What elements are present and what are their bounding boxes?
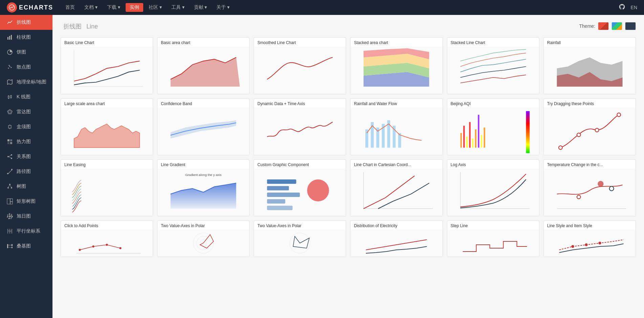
svg-rect-23 [10,142,12,144]
treemap-icon [6,198,13,205]
svg-line-27 [9,155,11,157]
chart-preview-large-area [61,107,153,155]
line-chart-icon [6,19,13,26]
sunburst-icon [6,213,13,220]
svg-point-76 [559,146,562,150]
svg-point-30 [11,169,13,170]
theme-colorful-button[interactable] [611,22,622,30]
sidebar-label-box: 盒须图 [17,124,31,130]
chart-card-electricity[interactable]: Distribution of Electricity [350,220,443,257]
github-icon[interactable] [619,3,625,12]
sidebar-item-scatter[interactable]: 散点图 [0,60,52,75]
sidebar-item-treemap[interactable]: 矩形树图 [0,194,52,209]
sidebar: 折线图 柱状图 饼图 散点图 地理坐标/地图 [0,15,52,318]
chart-preview-polar-value1 [157,230,249,257]
sidebar-item-map[interactable]: 地理坐标/地图 [0,75,52,90]
sidebar-label-heat: 热力图 [17,139,31,145]
chart-title-step-line: Step Line [447,221,539,230]
chart-card-basic-area[interactable]: Basic area chart [157,37,250,94]
chart-card-log-axis[interactable]: Log Axis [447,159,539,216]
svg-point-8 [9,65,10,66]
sidebar-label-bar: 柱状图 [17,34,31,40]
svg-point-107 [598,242,601,244]
nav-about[interactable]: 关于 ▾ [212,3,234,12]
chart-preview-click-add [61,230,153,257]
svg-marker-80 [171,183,236,208]
svg-point-7 [11,67,12,68]
sidebar-label-tree: 树图 [17,183,26,190]
parallel-icon [6,228,13,235]
svg-rect-17 [8,125,11,128]
theme-red-button[interactable] [598,22,609,30]
chart-preview-cartesian-line [350,168,442,216]
chart-card-rainfall[interactable]: Rainfall [543,37,636,94]
svg-point-106 [585,243,587,246]
nav-examples[interactable]: 实例 [126,3,143,12]
svg-rect-75 [484,127,485,147]
theme-section: Theme: [579,22,636,30]
chart-card-polar-value2[interactable]: Two Value-Axes in Polar [254,220,346,257]
svg-point-79 [617,113,621,117]
sidebar-item-sunburst[interactable]: 旭日图 [0,209,52,224]
sidebar-item-radar[interactable]: 雷达图 [0,104,52,119]
sidebar-item-kline[interactable]: K 线图 [0,90,52,104]
svg-point-32 [7,187,9,188]
sidebar-item-parallel[interactable]: 平行坐标系 [0,224,52,239]
nav-tools[interactable]: 工具 ▾ [167,3,189,12]
chart-card-temperature-change[interactable]: Temperature Change in the c... [543,159,636,216]
sidebar-item-box[interactable]: 盒须图 [0,119,52,134]
logo[interactable]: ECHARTS [7,2,53,13]
nav-community[interactable]: 社区 ▾ [145,3,166,12]
svg-point-31 [9,184,10,185]
sidebar-item-heat[interactable]: 热力图 [0,134,52,149]
nav-home[interactable]: 首页 [61,3,79,12]
svg-rect-74 [481,135,482,148]
svg-line-28 [9,157,11,158]
chart-card-line-easing[interactable]: Line Easing [61,159,153,216]
chart-card-click-add[interactable]: Click to Add Points [61,220,153,257]
chart-card-smoothed-line[interactable]: Smoothed Line Chart [254,37,346,94]
nav-download[interactable]: 下载 ▾ [103,3,124,12]
chart-title-beijing-aqi: Beijing AQI [447,99,539,107]
chart-card-beijing-aqi[interactable]: Beijing AQI [447,98,539,155]
chart-card-stacked-area[interactable]: Stacked area chart [350,37,443,94]
nav-docs[interactable]: 文档 ▾ [80,3,102,12]
sidebar-item-path[interactable]: 路径图 [0,164,52,179]
chart-card-cartesian-line[interactable]: Line Chart in Cartesian Coord... [350,159,443,216]
chart-card-basic-line[interactable]: Basic Line Chart [61,37,153,94]
chart-card-stacked-line[interactable]: Stacked Line Chart [447,37,539,94]
chart-card-large-area[interactable]: Large scale area chart [61,98,153,155]
sidebar-item-sankey[interactable]: 桑基图 [0,239,52,254]
chart-card-dragging-points[interactable]: Try Dragging these Points [543,98,636,155]
theme-dark-button[interactable] [625,22,636,30]
chart-card-rainfall-water[interactable]: Rainfall and Water Flow [350,98,443,155]
svg-rect-22 [7,142,9,144]
svg-marker-58 [171,120,236,139]
chart-card-line-style[interactable]: Line Style and Item Style [543,220,636,257]
sidebar-item-tree[interactable]: 树图 [0,179,52,194]
sidebar-item-pie[interactable]: 饼图 [0,45,52,60]
chart-card-polar-value1[interactable]: Two Value-Axes in Polar [157,220,250,257]
sidebar-label-sunburst: 旭日图 [17,213,31,219]
svg-rect-84 [267,193,300,197]
svg-rect-38 [10,202,13,204]
sidebar-item-relation[interactable]: 关系图 [0,149,52,164]
chart-card-custom-graphic[interactable]: Custom Graphic Component [254,159,346,216]
chart-card-confidence-band[interactable]: Confidence Band [157,98,250,155]
sidebar-item-line[interactable]: 折线图 [0,15,52,30]
svg-line-35 [10,185,12,187]
sidebar-item-bar[interactable]: 柱状图 [0,30,52,45]
radar-icon [6,108,13,115]
sidebar-label-path: 路径图 [17,168,31,175]
page-header: 折线图 Line Theme: [61,22,636,31]
nav-contribute[interactable]: 贡献 ▾ [190,3,211,12]
sankey-icon [6,243,13,250]
lang-toggle[interactable]: EN [631,5,637,10]
chart-card-step-line[interactable]: Step Line [447,220,539,257]
chart-title-rainfall-water: Rainfall and Water Flow [350,99,442,107]
logo-icon [7,2,17,13]
chart-card-line-gradient[interactable]: Line Gradient Gradient along the y axis [157,159,250,216]
chart-card-dynamic-time[interactable]: Dynamic Data + Time Axis [254,98,346,155]
chart-title-confidence-band: Confidence Band [157,99,249,107]
chart-preview-step-line [447,230,539,257]
